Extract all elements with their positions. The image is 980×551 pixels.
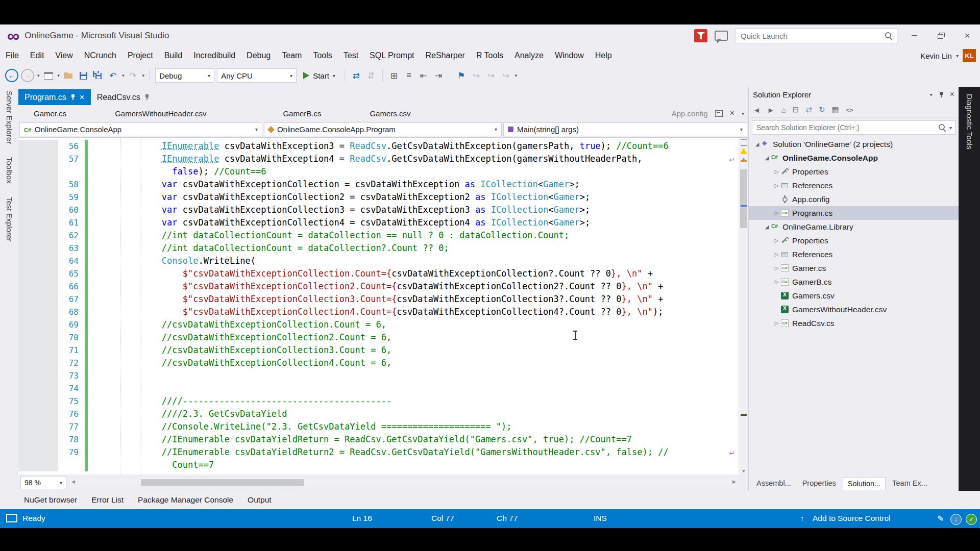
code-text[interactable]: IEnumerable csvDataWithException3 = Read… xyxy=(88,140,748,153)
tree-item-gamerb-cs[interactable]: ▷GamerB.cs xyxy=(749,275,959,289)
show-output-icon[interactable]: ⊞ xyxy=(388,69,400,82)
menu-window[interactable]: Window xyxy=(549,51,590,60)
code-line[interactable]: 70 //csvDataWithExceptionCollection2.Cou… xyxy=(18,331,748,344)
menu-tools[interactable]: Tools xyxy=(307,51,337,60)
code-line[interactable]: 65 $"csvDataWithExceptionCollection.Coun… xyxy=(18,267,748,280)
document-outline-icon[interactable]: ≡ xyxy=(403,69,415,82)
close-icon[interactable]: × xyxy=(80,93,85,102)
toolbar-options-icon[interactable]: ▾ xyxy=(515,73,518,78)
expander-icon[interactable]: ▷ xyxy=(772,238,781,243)
breakpoint-margin[interactable] xyxy=(18,216,58,229)
code-line[interactable]: 74 xyxy=(18,382,748,395)
code-text[interactable]: var csvDataWithExceptionCollection3 = cs… xyxy=(88,204,748,216)
expander-icon[interactable]: ▷ xyxy=(772,183,781,188)
code-text[interactable] xyxy=(88,382,748,395)
code-text[interactable]: //IEnumerable csvDataYieldReturn2 = Read… xyxy=(88,446,748,459)
code-text[interactable]: ////------------------------------------… xyxy=(88,395,748,408)
code-line[interactable]: Count==7 xyxy=(18,459,748,471)
menu-team[interactable]: Team xyxy=(276,51,307,60)
breakpoint-margin[interactable] xyxy=(18,140,58,153)
breakpoint-margin[interactable] xyxy=(18,293,58,306)
collapse-all-icon[interactable]: ⊟ xyxy=(793,105,799,114)
breakpoint-margin[interactable] xyxy=(18,395,58,408)
code-line[interactable]: 67 $"csvDataWithExceptionCollection3.Cou… xyxy=(18,293,748,306)
panel-tab-error-list[interactable]: Error List xyxy=(91,495,124,505)
solution-explorer-search[interactable]: ▾ xyxy=(752,120,955,135)
breakpoint-margin[interactable] xyxy=(18,420,58,433)
code-text[interactable]: //int dataCollectionCount = dataCollecti… xyxy=(88,242,748,255)
sync-with-active-document-icon[interactable]: ⇄ xyxy=(805,105,812,114)
close-button[interactable]: × xyxy=(958,28,977,43)
project-dropdown[interactable]: OnlineGame.ConsoleApp ▾ xyxy=(19,122,262,136)
code-line[interactable]: 56 IEnumerable csvDataWithException3 = R… xyxy=(18,140,748,153)
new-project-icon[interactable] xyxy=(42,69,55,82)
chevron-down-icon[interactable]: ▾ xyxy=(742,111,744,116)
doc-tab-readcsv-cs[interactable]: ReadCsv.cs xyxy=(91,89,156,105)
menu-test[interactable]: Test xyxy=(338,51,364,60)
code-line[interactable]: 79 //IEnumerable csvDataYieldReturn2 = R… xyxy=(18,446,748,459)
code-line[interactable]: 58 var csvDataWithExceptionCollection = … xyxy=(18,178,748,191)
undo-icon[interactable]: ↶ xyxy=(107,69,119,82)
menu-file[interactable]: File xyxy=(0,51,24,60)
code-line[interactable]: 68 $"csvDataWithExceptionCollection4.Cou… xyxy=(18,306,748,318)
expander-icon[interactable]: ▷ xyxy=(772,210,781,216)
decrease-indent-icon[interactable]: ⇤ xyxy=(418,69,430,82)
bookmark-icon[interactable]: ⚑ xyxy=(455,69,468,82)
tool-tab-properties[interactable]: Properties xyxy=(798,477,841,489)
scroll-down-icon[interactable]: ▼ xyxy=(739,468,748,473)
increase-indent-icon[interactable]: ⇥ xyxy=(432,69,445,82)
code-line[interactable]: false); //Count==6 xyxy=(18,165,748,178)
back-icon[interactable]: ◄ xyxy=(753,106,761,114)
breakpoint-margin[interactable] xyxy=(18,357,58,369)
menu-resharper[interactable]: ReSharper xyxy=(420,51,471,60)
breakpoint-margin[interactable] xyxy=(18,331,58,344)
close-icon[interactable]: × xyxy=(730,109,734,118)
code-text[interactable]: $"csvDataWithExceptionCollection3.Count=… xyxy=(88,293,748,306)
type-dropdown[interactable]: OnlineGame.ConsoleApp.Program ▾ xyxy=(264,122,502,136)
redo-icon[interactable]: ↷ xyxy=(127,69,139,82)
member-dropdown[interactable]: Main(string[] args) ▾ xyxy=(503,122,747,136)
add-to-source-control-button[interactable]: Add to Source Control xyxy=(813,514,891,523)
panel-tab-package-manager-console[interactable]: Package Manager Console xyxy=(138,495,233,505)
side-tab-toolbox[interactable]: Toolbox xyxy=(5,157,14,184)
code-text[interactable]: //csvDataWithExceptionCollection.Count =… xyxy=(88,318,748,331)
scroll-right-icon[interactable]: ▶ xyxy=(732,479,736,484)
show-all-files-icon[interactable]: ▦ xyxy=(832,105,839,114)
chevron-down-icon[interactable]: ▾ xyxy=(58,73,60,78)
breakpoint-margin[interactable] xyxy=(18,318,58,331)
code-text[interactable] xyxy=(88,369,748,382)
breakpoint-margin[interactable] xyxy=(18,242,58,255)
float-window-icon[interactable] xyxy=(715,110,723,117)
side-tab-diagnostic-tools[interactable]: Diagnostic Tools xyxy=(965,94,974,149)
navigate-back-icon[interactable]: ← xyxy=(5,69,18,82)
pin-icon[interactable] xyxy=(939,91,944,98)
restore-button[interactable] xyxy=(931,28,950,43)
menu-project[interactable]: Project xyxy=(122,51,159,60)
tree-item-gamerswithoutheader-csv[interactable]: GamersWithoutHeader.csv xyxy=(749,303,959,316)
breakpoint-margin[interactable] xyxy=(18,165,58,178)
expander-icon[interactable]: ◢ xyxy=(763,224,771,230)
doc-tab-gamerb-cs[interactable]: GamerB.cs xyxy=(283,109,321,118)
chevron-down-icon[interactable]: ▾ xyxy=(122,73,125,78)
quick-launch-input[interactable] xyxy=(740,31,880,41)
pin-icon[interactable] xyxy=(144,94,150,101)
tree-item-app-config[interactable]: App.config xyxy=(749,192,959,206)
splitter-grip[interactable] xyxy=(741,139,747,146)
tree-item-gamers-csv[interactable]: Gamers.csv xyxy=(749,289,959,303)
menu-analyze[interactable]: Analyze xyxy=(509,51,549,60)
code-line[interactable]: 71 //csvDataWithExceptionCollection3.Cou… xyxy=(18,344,748,357)
code-line[interactable]: 66 $"csvDataWithExceptionCollection2.Cou… xyxy=(18,280,748,293)
breakpoint-margin[interactable] xyxy=(18,153,58,165)
code-line[interactable]: 57 IEnumerable csvDataWithException4 = R… xyxy=(18,153,748,165)
tree-item-properties[interactable]: ▷Properties xyxy=(749,165,959,179)
code-line[interactable]: 77 //Console.WriteLine("2.3. GetCsvDataY… xyxy=(18,420,748,433)
tree-item-readcsv-cs[interactable]: ▷ReadCsv.cs xyxy=(749,316,959,330)
scroll-left-icon[interactable]: ◀ xyxy=(71,479,75,484)
code-line[interactable]: 75 ////---------------------------------… xyxy=(18,395,748,408)
doc-tab-gamers-csv[interactable]: Gamers.csv xyxy=(370,109,410,118)
user-name[interactable]: Kevin Lin xyxy=(920,52,952,60)
code-text[interactable]: $"csvDataWithExceptionCollection.Count={… xyxy=(88,267,748,280)
open-file-icon[interactable] xyxy=(62,69,75,82)
code-text[interactable]: //csvDataWithExceptionCollection4.Count … xyxy=(88,357,748,369)
code-text[interactable]: false); //Count==6 xyxy=(88,165,748,178)
